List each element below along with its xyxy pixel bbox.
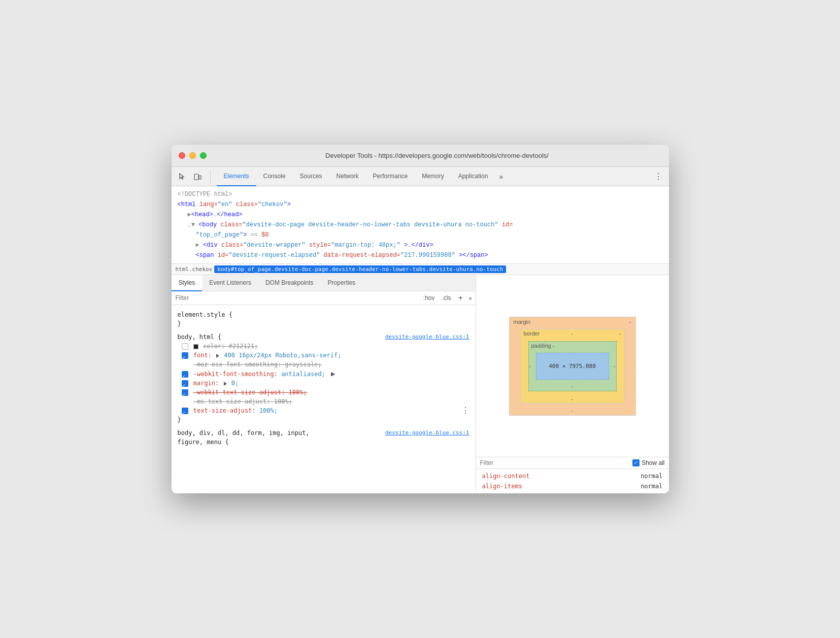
border-top-val: - xyxy=(572,330,574,337)
property-checkbox-webkit-text-size[interactable] xyxy=(182,389,188,396)
css-selector: element.style { xyxy=(178,310,469,319)
triangle-icon xyxy=(216,354,219,358)
css-source-link-2[interactable]: devsite-google-blue.css:1 xyxy=(385,428,469,438)
css-property-text-size: text-size-adjust: 100%; ⋮ xyxy=(178,406,469,415)
box-model-panel: margin - border - padding xyxy=(476,275,669,493)
computed-filter-bar: ✓ Show all xyxy=(476,457,669,469)
filter-controls: :hov .cls + ◂ xyxy=(421,293,472,303)
dom-line-span[interactable]: <span id="devsite-request-elapsed" data-… xyxy=(190,250,669,260)
tab-memory[interactable]: Memory xyxy=(415,167,451,186)
inspect-element-button[interactable] xyxy=(176,170,189,183)
dom-panel: <!DOCTYPE html> <html lang="en" class="c… xyxy=(172,186,669,264)
dom-line[interactable]: <html lang="en" class="chekov"> xyxy=(172,199,669,210)
devtools-toolbar: Elements Console Sources Network Perform… xyxy=(172,167,669,186)
cursor-icon xyxy=(178,173,186,181)
styles-panel: Styles Event Listeners DOM Breakpoints P… xyxy=(172,275,476,493)
breadcrumb-selected[interactable]: body#top_of_page.devsite-doc-page.devsit… xyxy=(214,265,506,273)
tab-properties[interactable]: Properties xyxy=(321,275,363,291)
tab-performance[interactable]: Performance xyxy=(366,167,415,186)
show-all-checkbox[interactable]: ✓ Show all xyxy=(632,459,664,466)
property-checkbox-text-size[interactable] xyxy=(182,408,188,414)
css-property-webkit-text-size: -webkit-text-size-adjust: 100%; xyxy=(178,388,469,397)
margin-label-row: margin - xyxy=(510,317,635,326)
css-source-link[interactable]: devsite-google-blue.css:1 xyxy=(385,332,469,342)
color-swatch xyxy=(193,344,198,349)
main-split: Styles Event Listeners DOM Breakpoints P… xyxy=(172,275,669,493)
device-icon xyxy=(193,173,201,181)
dom-line-body[interactable]: …▼ <body class="devsite-doc-page devsite… xyxy=(182,220,669,230)
dom-line[interactable]: <!DOCTYPE html> xyxy=(172,189,669,199)
dom-line[interactable]: ▶<head>…</head> xyxy=(182,210,669,220)
css-rule-header-2: body, div, dl, dd, form, img, input, dev… xyxy=(178,428,469,438)
filter-arrow: ◂ xyxy=(468,295,472,301)
property-checkbox-margin[interactable] xyxy=(182,380,188,387)
border-bottom-val: - xyxy=(572,396,574,402)
styles-tabs: Styles Event Listeners DOM Breakpoints P… xyxy=(172,275,476,291)
css-property-ms-text-size: -ms-text-size-adjust: 100%; xyxy=(178,397,469,406)
more-options-dots[interactable]: ⋮ xyxy=(461,407,469,415)
minimize-button[interactable] xyxy=(189,152,196,159)
computed-list: align-content normal align-items normal xyxy=(476,469,669,493)
css-property-webkit-font: -webkit-font-smoothing: antialiased; ▶ xyxy=(178,369,469,379)
computed-row: align-content normal xyxy=(476,471,669,481)
computed-prop: align-items xyxy=(482,482,522,491)
computed-filter-input[interactable] xyxy=(480,459,629,466)
device-toolbar-button[interactable] xyxy=(191,170,204,183)
cursor-pointer-icon: ▶ xyxy=(331,369,335,378)
computed-val: normal xyxy=(641,472,662,481)
content-size-label: 400 × 7975.080 xyxy=(549,363,596,370)
property-checkbox-webkit-font[interactable] xyxy=(182,371,188,378)
computed-val: normal xyxy=(641,482,662,491)
titlebar: Developer Tools - https://developers.goo… xyxy=(172,145,669,167)
hov-filter-button[interactable]: :hov xyxy=(421,294,437,302)
box-model-container: margin - border - padding xyxy=(476,275,669,457)
css-selector-2: figure, menu { xyxy=(178,438,469,447)
padding-box: padding - 400 × 7975.080 - xyxy=(528,341,617,391)
tab-console[interactable]: Console xyxy=(256,167,293,186)
css-property-moz: -moz-osx-font-smoothing: grayscale; xyxy=(178,360,469,369)
computed-row: align-items normal xyxy=(476,481,669,491)
tab-styles[interactable]: Styles xyxy=(172,275,203,291)
show-all-check-icon: ✓ xyxy=(632,459,640,466)
svg-rect-0 xyxy=(194,174,198,180)
maximize-button[interactable] xyxy=(200,152,207,159)
css-close: } xyxy=(178,319,469,328)
styles-filter-bar: :hov .cls + ◂ xyxy=(172,291,476,305)
close-button[interactable] xyxy=(179,152,185,159)
window-title: Developer Tools - https://developers.goo… xyxy=(213,152,662,159)
css-block-body-div: body, div, dl, dd, form, img, input, dev… xyxy=(172,426,476,449)
css-rule-header: body, html { devsite-google-blue.css:1 xyxy=(178,332,469,342)
css-property-font: font: 400 16px/24px Roboto,sans-serif; xyxy=(178,351,469,360)
dom-line-body-attr[interactable]: "top_of_page"> == $0 xyxy=(190,230,669,240)
styles-content: element.style { } body, html { devsite-g… xyxy=(172,305,476,493)
triangle-icon-2 xyxy=(224,382,227,386)
box-model: margin - border - padding xyxy=(509,317,636,416)
more-options-button[interactable]: ⋮ xyxy=(652,170,665,183)
tab-sources[interactable]: Sources xyxy=(293,167,329,186)
svg-rect-1 xyxy=(199,176,201,179)
toolbar-icons xyxy=(176,170,211,183)
css-property-color: color: #212121; xyxy=(178,342,469,351)
css-block-element-style: element.style { } xyxy=(172,308,476,330)
breadcrumb-item-html[interactable]: html.chekov xyxy=(176,266,213,273)
cls-filter-button[interactable]: .cls xyxy=(440,294,453,302)
dom-line-div[interactable]: ▶ <div class="devsite-wrapper" style="ma… xyxy=(190,240,669,250)
tab-dom-breakpoints[interactable]: DOM Breakpoints xyxy=(258,275,321,291)
computed-section: ✓ Show all align-content normal align-it… xyxy=(476,457,669,493)
add-style-rule-button[interactable]: + xyxy=(456,293,465,303)
tab-network[interactable]: Network xyxy=(329,167,366,186)
padding-bottom-val: - xyxy=(572,383,574,389)
property-checkbox-color[interactable] xyxy=(182,343,188,350)
property-checkbox-font[interactable] xyxy=(182,352,188,359)
content-box: 400 × 7975.080 xyxy=(536,353,609,380)
tab-overflow-button[interactable]: » xyxy=(495,173,507,181)
tab-application[interactable]: Application xyxy=(451,167,495,186)
styles-filter-input[interactable] xyxy=(176,294,421,301)
traffic-lights xyxy=(179,152,207,159)
tab-elements[interactable]: Elements xyxy=(217,167,256,186)
padding-right-val: - xyxy=(614,363,616,369)
padding-label-row: padding - xyxy=(529,342,616,350)
breadcrumb-bar: html.chekov body#top_of_page.devsite-doc… xyxy=(172,264,669,275)
tab-event-listeners[interactable]: Event Listeners xyxy=(202,275,258,291)
css-property-margin: margin: 0; xyxy=(178,379,469,388)
